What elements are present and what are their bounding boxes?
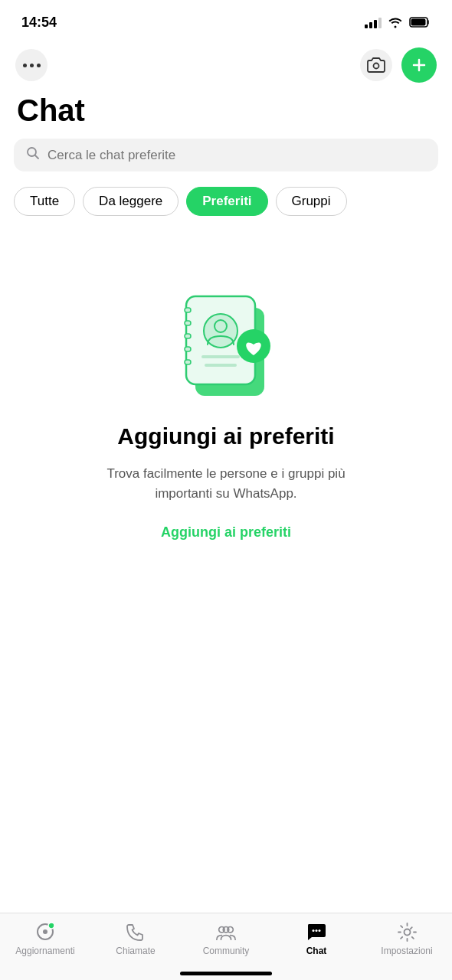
empty-state-subtitle: Trova facilmente le persone e i gruppi p… (80, 464, 372, 503)
svg-rect-11 (185, 308, 191, 312)
favorites-illustration (157, 262, 295, 400)
toolbar (0, 41, 452, 89)
toolbar-right (360, 47, 437, 83)
status-time: 14:54 (21, 15, 57, 31)
tab-preferiti[interactable]: Preferiti (186, 187, 267, 216)
dot2 (30, 64, 34, 67)
bottom-nav: Aggiornamenti Chiamate Community (0, 913, 452, 980)
svg-rect-12 (185, 321, 191, 325)
svg-rect-18 (201, 355, 240, 358)
add-button[interactable] (401, 47, 437, 83)
page-title: Chat (0, 89, 452, 139)
svg-point-3 (28, 148, 36, 156)
dot1 (23, 64, 27, 67)
toolbar-left (15, 49, 47, 81)
plus-icon (411, 57, 427, 74)
battery-icon (409, 16, 431, 28)
nav-icon-aggiornamenti (34, 921, 56, 942)
nav-label-community: Community (203, 946, 250, 956)
add-favorites-link[interactable]: Aggiungi ai preferiti (161, 524, 291, 541)
nav-item-impostazioni[interactable]: Impostazioni (362, 921, 452, 962)
search-input[interactable] (47, 148, 426, 163)
svg-rect-1 (411, 19, 426, 26)
svg-point-30 (404, 929, 410, 935)
tab-daleggere[interactable]: Da leggere (83, 187, 179, 216)
svg-point-27 (313, 929, 315, 932)
dot3 (37, 64, 41, 67)
nav-icon-chiamate (125, 921, 146, 942)
camera-button[interactable] (360, 49, 392, 81)
svg-point-22 (43, 929, 47, 934)
filter-tabs: Tutte Da leggere Preferiti Gruppi (0, 184, 452, 231)
svg-rect-15 (185, 360, 191, 364)
nav-item-chat[interactable]: Chat (271, 921, 362, 962)
svg-point-16 (204, 314, 237, 348)
svg-rect-14 (185, 347, 191, 351)
signal-icon (365, 16, 382, 28)
more-options-button[interactable] (15, 49, 47, 81)
wifi-icon (388, 16, 403, 28)
nav-label-impostazioni: Impostazioni (381, 946, 432, 956)
nav-icon-impostazioni (396, 921, 418, 942)
nav-item-chiamate[interactable]: Chiamate (90, 921, 181, 962)
tab-gruppi[interactable]: Gruppi (276, 187, 347, 216)
search-icon (26, 146, 40, 164)
search-container (0, 139, 452, 184)
svg-point-2 (374, 64, 379, 69)
nav-item-community[interactable]: Community (181, 921, 271, 962)
nav-label-aggiornamenti: Aggiornamenti (15, 946, 74, 956)
nav-item-aggiornamenti[interactable]: Aggiornamenti (0, 921, 90, 962)
svg-point-28 (316, 929, 318, 932)
search-bar (14, 139, 438, 172)
svg-rect-19 (205, 364, 237, 367)
nav-label-chiamate: Chiamate (116, 946, 155, 956)
nav-icon-chat (306, 921, 327, 942)
tab-tutte[interactable]: Tutte (14, 187, 75, 216)
svg-point-23 (48, 923, 54, 929)
home-indicator (180, 972, 272, 975)
svg-rect-13 (185, 334, 191, 338)
empty-state-title: Aggiungi ai preferiti (117, 423, 334, 450)
nav-icon-community (215, 921, 237, 942)
svg-point-29 (319, 929, 321, 932)
nav-label-chat: Chat (306, 946, 327, 956)
camera-icon (367, 57, 385, 74)
main-content: Aggiungi ai preferiti Trova facilmente l… (0, 231, 452, 564)
status-icons (365, 16, 431, 28)
status-bar: 14:54 (0, 0, 452, 41)
